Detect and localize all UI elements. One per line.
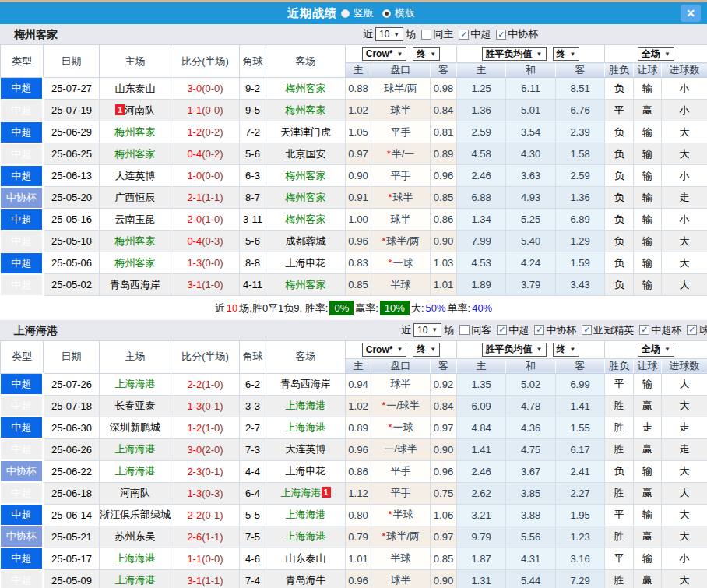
avg-home-odds: 9.79 bbox=[457, 526, 506, 548]
half-score: (0-2) bbox=[202, 126, 223, 138]
corner-cell: 6-2 bbox=[240, 373, 266, 395]
filter-checkbox-中超杯[interactable]: ✓中超杯 bbox=[639, 323, 681, 337]
filter-checkbox-同主[interactable]: ✓同主 bbox=[421, 27, 453, 41]
checkbox-icon[interactable]: ✓ bbox=[459, 325, 470, 335]
checkbox-icon[interactable]: ✓ bbox=[497, 325, 507, 335]
league-type-cell: 中超 bbox=[1, 274, 44, 296]
average-time-select[interactable]: 终▼ bbox=[553, 47, 580, 61]
away-team-cell: 大连英博 bbox=[266, 438, 346, 460]
filter-checkbox-中协杯[interactable]: ✓中协杯 bbox=[534, 323, 576, 337]
match-date-cell: 25-06-25 bbox=[44, 143, 100, 165]
filter-checkbox-中协杯[interactable]: ✓中协杯 bbox=[496, 27, 538, 41]
match-row: 中超25-06-29梅州客家1-2(0-2)7-2天津津门虎1.05平手0.81… bbox=[1, 121, 707, 143]
checkbox-icon[interactable]: ✓ bbox=[459, 30, 469, 40]
bookmaker-select[interactable]: Crow*▼ bbox=[362, 47, 407, 61]
checkbox-icon[interactable]: ✓ bbox=[421, 30, 431, 40]
full-score: 1-0 bbox=[187, 170, 202, 181]
handicap-away-odds: 0.90 bbox=[431, 231, 457, 252]
handicap-result-cell: 输 bbox=[634, 187, 662, 209]
odds-time-select[interactable]: 终▼ bbox=[413, 47, 440, 61]
filter-checkbox-中超[interactable]: ✓中超 bbox=[497, 323, 529, 337]
league-type-cell: 中超 bbox=[1, 569, 44, 588]
sub-column-header: 让球 bbox=[634, 63, 662, 78]
odds-time-select[interactable]: 终▼ bbox=[413, 343, 440, 357]
goals-result-cell: 走 bbox=[662, 438, 707, 460]
handicap-line-text: 球半/两 bbox=[386, 235, 420, 247]
match-date-cell: 25-07-27 bbox=[44, 78, 100, 100]
full-score: 1-3 bbox=[187, 257, 202, 269]
league-type-cell: 中协杯 bbox=[1, 526, 44, 548]
avg-draw-odds: 4.93 bbox=[506, 187, 556, 209]
score-cell: 2-2(0-1) bbox=[171, 504, 240, 526]
avg-away-odds: 8.51 bbox=[556, 78, 605, 100]
score-cell: 1-2(1-0) bbox=[171, 417, 240, 438]
match-row: 中超25-07-26上海海港2-2(1-0)6-2青岛西海岸0.94球半0.92… bbox=[1, 373, 707, 395]
checkbox-icon[interactable]: ✓ bbox=[582, 325, 592, 335]
goals-result-cell: 走 bbox=[662, 417, 707, 438]
full-score: 0-4 bbox=[187, 235, 202, 247]
full-score: 3-0 bbox=[187, 83, 202, 94]
match-count-select[interactable]: 10▼ bbox=[413, 323, 441, 337]
match-row: 中超25-06-13大连英博1-0(0-0)6-3梅州客家0.90平手0.962… bbox=[1, 165, 707, 187]
average-odds-select[interactable]: 胜平负均值▼ bbox=[482, 343, 547, 357]
home-team-cell: 梅州客家 bbox=[100, 143, 171, 165]
vertical-layout-label[interactable]: 竖版 bbox=[354, 6, 374, 20]
team-name-text: 上海海港 bbox=[115, 465, 156, 477]
average-odds-select-value: 胜平负均值 bbox=[486, 48, 533, 61]
handicap-home-odds: 1.00 bbox=[346, 209, 371, 231]
sections-container: 梅州客家近10▼场✓同主✓中超✓中协杯类型日期主场比分(半场)角球客场Crow*… bbox=[0, 24, 707, 588]
checkbox-icon[interactable]: ✓ bbox=[687, 325, 697, 335]
handicap-result-cell: 赢 bbox=[634, 526, 662, 548]
checkbox-icon[interactable]: ✓ bbox=[534, 325, 544, 335]
corner-cell: 8-7 bbox=[240, 187, 266, 209]
team-name-text: 上海海港 bbox=[286, 400, 326, 411]
team-name-text: 长春亚泰 bbox=[115, 400, 156, 411]
filter-checkbox-同客[interactable]: ✓同客 bbox=[459, 323, 491, 337]
summary-part: 近 bbox=[215, 302, 225, 314]
filter-checkbox-中超[interactable]: ✓中超 bbox=[459, 27, 491, 41]
chevron-down-icon: ▼ bbox=[536, 346, 543, 353]
filter-checkbox-球会友谊[interactable]: ✓球会友谊 bbox=[687, 323, 707, 337]
checkbox-icon[interactable]: ✓ bbox=[639, 325, 649, 335]
average-odds-select-value: 胜平负均值 bbox=[486, 343, 533, 356]
summary-part: 10% bbox=[380, 301, 410, 315]
match-row: 中协杯25-05-20广西恒辰2-1(1-1)8-7梅州客家0.91*球半0.8… bbox=[1, 187, 707, 209]
handicap-line-cell: *半球 bbox=[371, 504, 431, 526]
goals-result-cell: 小 bbox=[662, 209, 707, 231]
horizontal-layout-label[interactable]: 横版 bbox=[395, 6, 415, 20]
match-row: 中超25-06-30深圳新鹏城1-2(1-0)2-7上海海港0.89*一球0.9… bbox=[1, 417, 707, 438]
result-cell: 胜 bbox=[605, 526, 634, 548]
avg-home-odds: 1.31 bbox=[457, 569, 506, 588]
away-team-cell: 梅州客家 bbox=[266, 100, 346, 121]
average-time-select[interactable]: 终▼ bbox=[553, 343, 580, 357]
checkbox-icon[interactable]: ✓ bbox=[496, 30, 506, 40]
full-match-select[interactable]: 全场▼ bbox=[638, 47, 674, 61]
half-score: (0-1) bbox=[202, 466, 223, 477]
average-odds-select[interactable]: 胜平负均值▼ bbox=[482, 47, 547, 61]
avg-draw-odds: 5.25 bbox=[506, 209, 556, 231]
full-match-select[interactable]: 全场▼ bbox=[638, 343, 674, 357]
handicap-away-odds: 0.85 bbox=[431, 548, 457, 569]
horizontal-layout-radio[interactable] bbox=[382, 9, 391, 18]
vertical-layout-radio[interactable] bbox=[341, 9, 350, 18]
close-icon[interactable]: ✕ bbox=[681, 5, 701, 22]
result-cell: 负 bbox=[605, 121, 634, 143]
matches-label: 场 bbox=[444, 323, 454, 337]
avg-away-odds: 6.99 bbox=[556, 373, 605, 395]
bookmaker-select[interactable]: Crow*▼ bbox=[362, 343, 407, 357]
chevron-down-icon: ▼ bbox=[430, 346, 436, 353]
handicap-result-cell: 输 bbox=[634, 252, 662, 274]
score-cell: 3-1(1-0) bbox=[171, 274, 240, 296]
handicap-line-cell: 球半 bbox=[371, 569, 431, 588]
corner-cell: 4-11 bbox=[240, 274, 266, 296]
avg-home-odds: 6.88 bbox=[457, 187, 506, 209]
chevron-down-icon: ▼ bbox=[570, 51, 576, 58]
checkbox-label: 中协杯 bbox=[546, 323, 576, 337]
column-header: 客场 bbox=[266, 340, 346, 373]
summary-part: 50% bbox=[426, 302, 446, 314]
match-count-select[interactable]: 10▼ bbox=[375, 27, 403, 41]
column-header: 日期 bbox=[44, 45, 100, 78]
filter-checkbox-亚冠精英[interactable]: ✓亚冠精英 bbox=[582, 323, 634, 337]
goals-result-cell: 小 bbox=[662, 548, 707, 569]
league-type-cell: 中超 bbox=[1, 165, 44, 187]
